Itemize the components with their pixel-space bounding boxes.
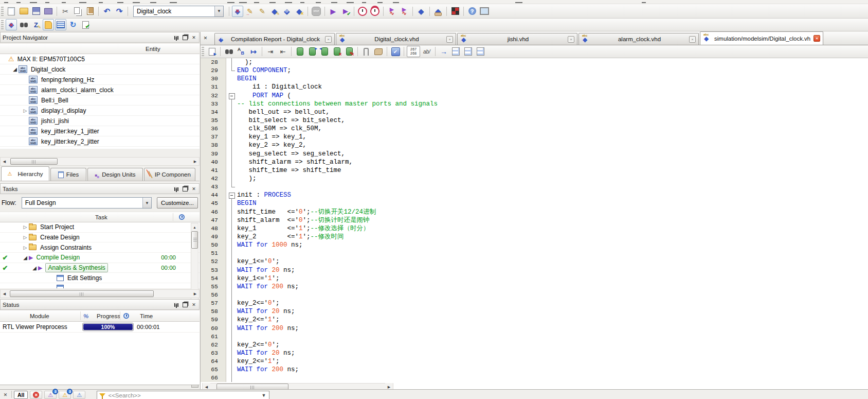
tree-item[interactable]: ⚠MAX II: EPM570T100C5 [0,54,200,64]
find-button[interactable] [18,19,29,30]
task-row[interactable] [0,283,200,288]
delete-bookmark-button[interactable] [331,46,342,57]
task-column-header[interactable]: Task [0,212,200,222]
rtl-viewer-button[interactable] [386,6,397,17]
start-analysis-synthesis-button[interactable] [340,6,351,17]
document-tab-compilation-report-digital-clock[interactable]: Compilation Report - Digital_clock× [214,33,335,45]
flow-dropdown-button[interactable]: ▼ [142,198,151,208]
pin-icon[interactable] [173,34,180,41]
messages-search-input[interactable]: <<Search>> ▼ [97,391,269,399]
toolbar-grip[interactable] [1,7,4,16]
close-tab-icon[interactable]: × [325,36,332,43]
run-task-icon[interactable]: ▶ [29,254,33,261]
code-text[interactable]: WAIT for 20 ns; [237,307,295,316]
new-file-button[interactable] [6,6,17,17]
document-tab-alarm-clock-vhd[interactable]: alarm_clock.vhd× [578,33,699,45]
delete-all-bookmarks-button[interactable] [343,46,355,57]
messages-filter-all-button[interactable]: All [14,391,28,399]
task-expand-icon[interactable]: ◢ [22,255,29,261]
tree-item[interactable]: abcVHDkey_jitter:key_1_jitter [0,126,200,136]
toolbar-grip[interactable] [202,47,204,56]
code-text[interactable]: i1 : Digital_clock [237,83,322,91]
code-text[interactable]: key_2<='1'; [237,316,280,324]
code-text[interactable]: key_1 <='1';--修改选择（时分） [237,224,370,233]
close-messages-icon[interactable]: ✕ [2,391,9,398]
design-assistant-button[interactable] [80,19,91,30]
tree-item[interactable]: ▷abcVHDdisplay:i_display [0,106,200,116]
previous-bookmark-button[interactable] [319,46,330,57]
code-text[interactable]: bit_select => bit_select, [237,116,345,125]
status-column-header[interactable]: Module % Progress Time [0,310,200,322]
settings-button[interactable] [269,6,280,17]
programmer-button[interactable] [432,6,444,17]
node-finder-button[interactable] [43,19,54,30]
assignment-editor-button[interactable] [244,6,256,17]
task-label[interactable]: Assign Constraints [40,244,92,251]
code-text[interactable]: WAIT for 200 ns; [237,324,299,333]
start-compilation-button[interactable] [328,6,339,17]
goto-line-button[interactable] [248,46,259,57]
align-left-button[interactable] [450,46,462,57]
code-text[interactable]: WAIT for 200 ns; [237,366,299,374]
code-text[interactable]: bell_out => bell_out, [237,108,330,116]
task-row[interactable]: ✔◢▶Compile Design00:00 [0,253,200,263]
tree-item[interactable]: abcVHDfenping:fenping_Hz [0,75,200,85]
pin-icon[interactable] [173,185,180,193]
indent-button[interactable] [265,46,276,57]
comment-button[interactable]: ab/ [421,46,432,57]
task-row[interactable]: ▷Assign Constraints [0,242,200,253]
code-text[interactable]: WAIT for 20 ns; [237,266,295,274]
system-window-button[interactable] [479,6,490,17]
paste-button[interactable] [84,6,96,17]
float-icon[interactable] [182,185,189,193]
chevron-down-icon[interactable]: ▼ [262,393,266,398]
code-text[interactable]: key_1 => key_1, [237,133,306,141]
scroll-right-icon[interactable]: ▶ [191,158,199,165]
code-text[interactable]: key_2<='0'; [237,341,280,349]
chip-planner-button[interactable] [449,6,461,17]
analyze-current-file-button[interactable] [390,46,401,57]
task-expand-icon[interactable]: ▷ [22,235,29,240]
code-text[interactable]: ); [237,175,257,183]
compilation-report-button[interactable] [415,6,427,17]
assignments-button[interactable] [294,6,305,17]
project-navigator-toggle-button[interactable] [6,19,17,30]
code-text[interactable]: shift_alarm <='0';--切换计时还是闹钟 [237,216,370,224]
close-icon[interactable]: ✕ [190,34,197,41]
scroll-up-icon[interactable]: ▲ [191,223,198,231]
tab-ip-componen[interactable]: IP Componen [144,168,195,181]
task-row[interactable]: Edit Settings [0,273,200,283]
scroll-left-icon[interactable]: ◀ [1,290,8,298]
save-button[interactable] [30,6,42,17]
fold-marker[interactable] [226,191,237,199]
close-icon[interactable]: ✕ [190,301,197,308]
filter-warnings-button[interactable]: ⚠3 [59,391,71,399]
tree-expand-icon[interactable]: ▷ [22,108,29,113]
insert-template-button[interactable] [373,46,384,57]
task-expand-icon[interactable]: ▷ [22,245,29,250]
code-text[interactable]: WAIT for 200 ns; [237,283,299,291]
close-tab-icon[interactable]: × [446,36,453,43]
toolbar-grip[interactable] [1,20,4,29]
task-row[interactable]: ▷Create Design [0,233,200,243]
tab-stop-button[interactable] [438,46,449,57]
print-button[interactable] [43,6,54,17]
technology-map-viewer-button[interactable] [399,6,410,17]
find-button[interactable] [223,46,234,57]
cut-button[interactable] [60,6,71,17]
fold-marker[interactable] [226,92,237,100]
task-expand-icon[interactable]: ◢ [31,265,38,271]
timing-analyzer-button[interactable] [357,6,368,17]
code-text[interactable]: shift_alarm => shift_alarm, [237,158,353,166]
code-text[interactable]: key_1<='1'; [237,274,280,283]
undo-button[interactable] [101,6,113,17]
save-template-button[interactable] [206,46,218,57]
align-indent-button[interactable] [463,46,474,57]
tree-item[interactable]: abcVHDalarm_clock:i_alarm_clock [0,85,200,95]
float-icon[interactable] [182,301,189,308]
tree-item[interactable]: abcVHDkey_jitter:key_2_jitter [0,136,200,147]
code-text[interactable]: key_1<='0'; [237,257,280,266]
code-text[interactable]: -- list connections between master ports… [237,100,438,108]
outdent-button[interactable] [277,46,288,57]
device-button[interactable] [281,6,293,17]
